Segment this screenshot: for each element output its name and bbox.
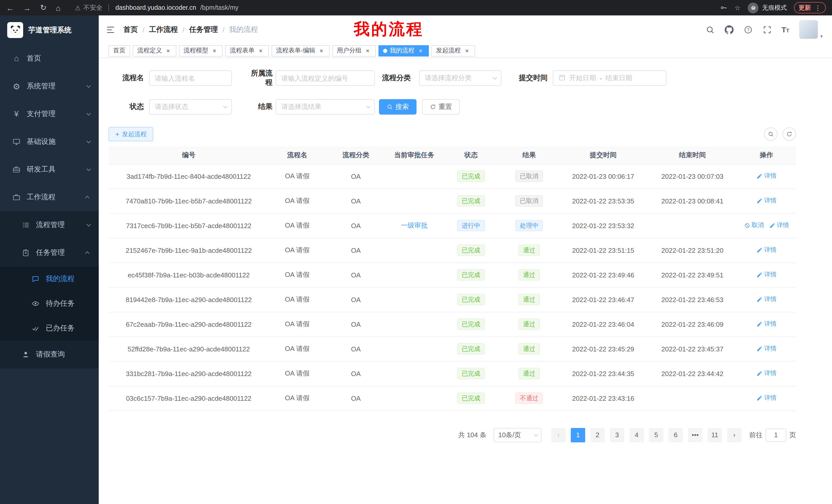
- help-icon[interactable]: [743, 25, 753, 34]
- tab-user-group[interactable]: 用户分组×: [332, 45, 376, 56]
- detail-link[interactable]: 详情: [756, 369, 777, 378]
- tab-process-model[interactable]: 流程模型×: [179, 45, 223, 56]
- sidebar-item-todo-tasks[interactable]: 待办任务: [0, 291, 99, 316]
- page-button-4[interactable]: 4: [629, 428, 644, 442]
- more-pages-button[interactable]: •••: [688, 428, 702, 442]
- collapse-sidebar-icon[interactable]: [106, 25, 115, 34]
- tab-process-form[interactable]: 流程表单×: [225, 45, 269, 56]
- browser-home-icon[interactable]: ⌂: [56, 3, 60, 12]
- tab-start-process[interactable]: 发起流程×: [432, 45, 475, 56]
- process-definition-input[interactable]: [276, 71, 375, 86]
- table-row: ec45f38f-7b9a-11ec-b03b-acde48001122 OA …: [108, 262, 796, 287]
- page-size-select[interactable]: 10条/页: [494, 428, 542, 442]
- page-button-5[interactable]: 5: [649, 428, 663, 442]
- address-bar[interactable]: ⚠ 不安全 dashboard.yudao.iocoder.cn/bpm/tas…: [75, 3, 238, 12]
- detail-link[interactable]: 详情: [756, 344, 777, 353]
- detail-link[interactable]: 详情: [756, 394, 777, 402]
- browser-menu-dots-icon[interactable]: ⋮: [814, 4, 821, 11]
- browser-forward-icon[interactable]: →: [23, 3, 31, 12]
- sidebar-item-task-management[interactable]: 任务管理: [0, 239, 99, 267]
- sidebar-item-payment-management[interactable]: ¥ 支付管理: [0, 100, 99, 128]
- sidebar-item-leave-query[interactable]: 请假查询: [0, 341, 99, 368]
- detail-link[interactable]: 详情: [756, 246, 777, 255]
- process-name-input[interactable]: [149, 71, 232, 86]
- sidebar-item-process-management[interactable]: 流程管理: [0, 211, 99, 239]
- avatar[interactable]: [799, 20, 818, 39]
- cell-current-task: [386, 361, 442, 386]
- status-badge: 已完成: [457, 318, 485, 330]
- user-avatar-menu[interactable]: ▾: [799, 20, 823, 39]
- refresh-table-button[interactable]: [783, 128, 796, 141]
- sidebar-item-system-management[interactable]: ⚙ 系统管理: [0, 73, 99, 100]
- close-tab-icon[interactable]: ×: [164, 47, 172, 54]
- toggle-search-button[interactable]: [764, 128, 778, 141]
- page-button-2[interactable]: 2: [590, 428, 605, 442]
- close-tab-icon[interactable]: ×: [364, 47, 371, 54]
- breadcrumb-workflow[interactable]: 工作流程: [149, 25, 178, 34]
- close-tab-icon[interactable]: ×: [417, 47, 424, 54]
- col-end-time: 结束时间: [648, 146, 737, 164]
- tab-home[interactable]: 首页: [108, 45, 130, 56]
- chevron-down-icon: [86, 83, 91, 88]
- cell-name: OA 请假: [269, 189, 326, 213]
- next-page-button[interactable]: ›: [727, 428, 742, 442]
- sidebar-item-dev-tools[interactable]: 研发工具: [0, 156, 99, 184]
- password-key-icon[interactable]: [720, 4, 727, 11]
- cancel-link[interactable]: 取消: [744, 221, 764, 230]
- detail-link[interactable]: 详情: [756, 271, 777, 279]
- tab-process-definition[interactable]: 流程定义×: [133, 45, 176, 56]
- sidebar-item-workflow[interactable]: 工作流程: [0, 184, 99, 211]
- goto-page-input[interactable]: [766, 428, 786, 442]
- submit-time-range-picker[interactable]: 开始日期 - 结束日期: [553, 71, 667, 86]
- detail-link[interactable]: 详情: [756, 172, 777, 180]
- fullscreen-icon[interactable]: [762, 25, 772, 34]
- page-content: 流程名 所属流程 流程分类 请选择流程分类 提交时间 开始日期: [99, 58, 832, 504]
- current-task-link[interactable]: 一级审批: [401, 221, 427, 229]
- sidebar-item-home[interactable]: ⌂ 首页: [0, 45, 99, 73]
- browser-update-button[interactable]: 更新 ⋮: [794, 2, 826, 13]
- cell-submit-time: 2022-01-23 00:06:17: [558, 164, 648, 189]
- result-select[interactable]: 请选择流结果: [276, 99, 375, 115]
- reset-button[interactable]: 重置: [422, 99, 460, 115]
- cell-name: OA 请假: [269, 312, 326, 337]
- cell-end-time: 2022-01-23 00:07:03: [648, 164, 737, 189]
- prev-page-button[interactable]: ‹: [551, 428, 566, 442]
- cell-submit-time: 2022-01-22 23:53:32: [558, 213, 648, 238]
- search-button[interactable]: 搜索: [379, 99, 417, 115]
- sidebar-item-my-process[interactable]: 我的流程: [0, 267, 99, 291]
- status-select[interactable]: 请选择状态: [149, 99, 232, 115]
- tab-process-form-edit[interactable]: 流程表单-编辑×: [271, 45, 330, 56]
- col-current-task: 当前审批任务: [386, 146, 442, 164]
- detail-link[interactable]: 详情: [756, 295, 777, 304]
- browser-reload-icon[interactable]: ↻: [40, 3, 47, 12]
- close-tab-icon[interactable]: ×: [257, 47, 264, 54]
- github-icon[interactable]: [724, 25, 733, 34]
- browser-back-icon[interactable]: ←: [6, 3, 14, 12]
- tab-my-process[interactable]: 我的流程×: [379, 45, 429, 56]
- page-button-1[interactable]: 1: [571, 428, 585, 442]
- close-tab-icon[interactable]: ×: [211, 47, 218, 54]
- category-select[interactable]: 请选择流程分类: [419, 71, 501, 86]
- font-size-icon[interactable]: TT: [781, 25, 789, 34]
- sidebar-item-infrastructure[interactable]: 基础设施: [0, 128, 99, 156]
- start-process-button[interactable]: + 发起流程: [108, 127, 153, 141]
- page-button-11[interactable]: 11: [707, 428, 722, 442]
- cell-id: 2152467e-7b9b-11ec-9a1b-acde48001122: [108, 238, 269, 262]
- close-tab-icon[interactable]: ×: [318, 47, 325, 54]
- edit-icon: [756, 395, 762, 401]
- total-count: 共 104 条: [458, 430, 487, 440]
- page-button-6[interactable]: 6: [669, 428, 683, 442]
- detail-link[interactable]: 详情: [769, 221, 789, 230]
- chevron-down-icon: [86, 111, 91, 116]
- bookmark-star-icon[interactable]: ☆: [734, 4, 740, 11]
- search-icon[interactable]: [705, 25, 714, 34]
- result-badge: 处理中: [515, 220, 543, 231]
- cell-current-task: [386, 164, 442, 189]
- close-tab-icon[interactable]: ×: [463, 47, 470, 54]
- page-button-3[interactable]: 3: [610, 428, 624, 442]
- detail-link[interactable]: 详情: [756, 197, 777, 205]
- breadcrumb-task-management[interactable]: 任务管理: [189, 25, 218, 34]
- detail-link[interactable]: 详情: [756, 320, 777, 329]
- sidebar-item-done-tasks[interactable]: 已办任务: [0, 316, 99, 341]
- breadcrumb-home[interactable]: 首页: [123, 25, 138, 34]
